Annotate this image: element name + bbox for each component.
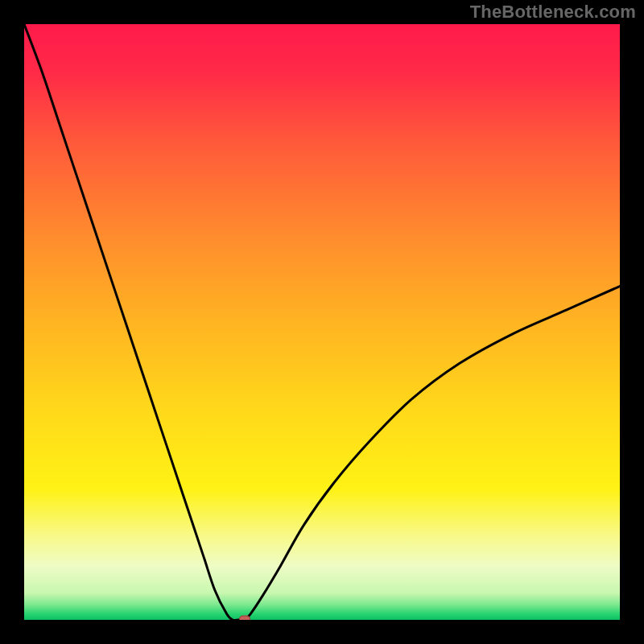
chart-plot-area: [24, 24, 620, 620]
balanced-marker-icon: [239, 616, 250, 621]
watermark-text: TheBottleneck.com: [470, 2, 636, 23]
gradient-background: [24, 24, 620, 620]
chart-svg: [24, 24, 620, 620]
chart-frame: TheBottleneck.com: [0, 0, 644, 644]
